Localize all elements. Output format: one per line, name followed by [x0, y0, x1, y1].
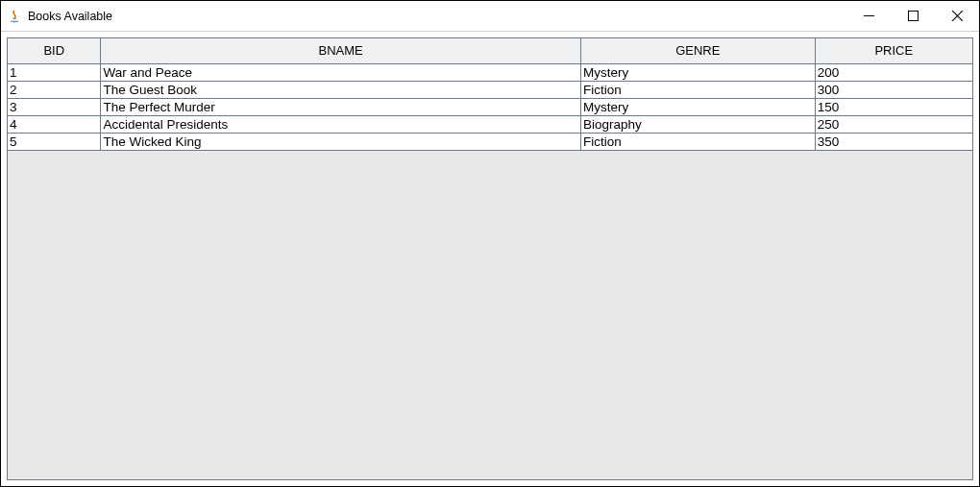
header-price[interactable]: PRICE [815, 38, 972, 63]
cell-price[interactable]: 250 [815, 115, 972, 133]
cell-price[interactable]: 150 [815, 98, 972, 115]
cell-genre[interactable]: Fiction [580, 81, 815, 98]
cell-bid[interactable]: 4 [8, 115, 101, 133]
cell-bid[interactable]: 5 [8, 133, 101, 150]
table-row[interactable]: 5 The Wicked King Fiction 350 [8, 133, 972, 150]
books-table[interactable]: BID BNAME GENRE PRICE 1 War and Peace My… [8, 38, 972, 151]
table-empty-area [8, 151, 972, 480]
content-area: BID BNAME GENRE PRICE 1 War and Peace My… [1, 32, 979, 486]
cell-bname[interactable]: Accidental Presidents [101, 115, 580, 133]
header-bname[interactable]: BNAME [101, 38, 580, 63]
cell-genre[interactable]: Fiction [580, 133, 815, 150]
table-row[interactable]: 4 Accidental Presidents Biography 250 [8, 115, 972, 133]
table-header-row: BID BNAME GENRE PRICE [8, 38, 972, 63]
cell-genre[interactable]: Mystery [580, 98, 815, 115]
window: Books Available BID BNAME GENRE PR [1, 1, 979, 486]
window-controls [846, 1, 979, 31]
cell-price[interactable]: 200 [815, 63, 972, 81]
maximize-button[interactable] [891, 1, 935, 31]
cell-bid[interactable]: 1 [8, 63, 101, 81]
java-app-icon [7, 9, 22, 24]
close-button[interactable] [935, 1, 979, 31]
table-row[interactable]: 2 The Guest Book Fiction 300 [8, 81, 972, 98]
cell-genre[interactable]: Biography [580, 115, 815, 133]
titlebar[interactable]: Books Available [1, 1, 979, 32]
cell-bname[interactable]: The Guest Book [101, 81, 580, 98]
header-bid[interactable]: BID [8, 38, 101, 63]
cell-bid[interactable]: 3 [8, 98, 101, 115]
cell-price[interactable]: 300 [815, 81, 972, 98]
minimize-button[interactable] [846, 1, 891, 31]
cell-bname[interactable]: War and Peace [101, 63, 580, 81]
cell-bname[interactable]: The Wicked King [101, 133, 580, 150]
svg-rect-1 [908, 12, 918, 21]
cell-genre[interactable]: Mystery [580, 63, 815, 81]
cell-price[interactable]: 350 [815, 133, 972, 150]
table-row[interactable]: 3 The Perfect Murder Mystery 150 [8, 98, 972, 115]
cell-bname[interactable]: The Perfect Murder [101, 98, 580, 115]
window-title: Books Available [28, 10, 846, 23]
header-genre[interactable]: GENRE [580, 38, 815, 63]
table-row[interactable]: 1 War and Peace Mystery 200 [8, 63, 972, 81]
cell-bid[interactable]: 2 [8, 81, 101, 98]
table-container: BID BNAME GENRE PRICE 1 War and Peace My… [7, 37, 973, 480]
